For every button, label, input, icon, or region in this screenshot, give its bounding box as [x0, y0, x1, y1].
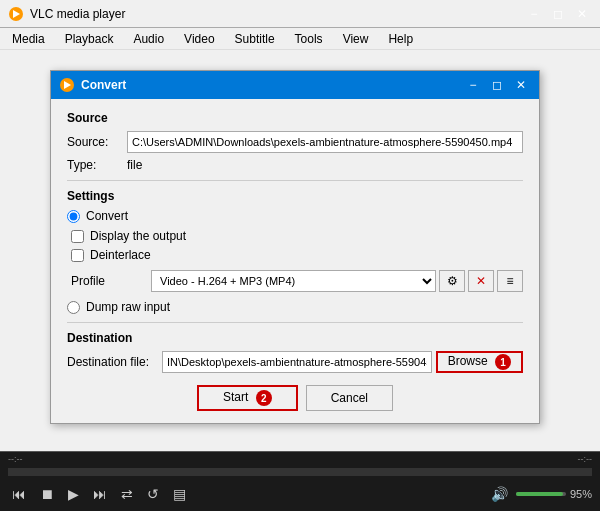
convert-radio-row: Convert: [67, 209, 523, 223]
start-button[interactable]: Start 2: [197, 385, 298, 411]
dialog-vlc-icon: [59, 77, 75, 93]
convert-radio-label: Convert: [86, 209, 128, 223]
source-input[interactable]: [127, 131, 523, 153]
delete-icon: ✕: [476, 274, 486, 288]
time-right: --:--: [578, 454, 593, 464]
shuffle-button[interactable]: ⇄: [117, 484, 137, 504]
browse-badge: 1: [495, 354, 511, 370]
time-left: --:--: [8, 454, 23, 464]
dialog-window-controls[interactable]: − ◻ ✕: [463, 75, 531, 95]
profile-select[interactable]: Video - H.264 + MP3 (MP4) Video - H.265 …: [151, 270, 436, 292]
type-field-row: Type: file: [67, 158, 523, 172]
vlc-minimize-btn[interactable]: −: [524, 4, 544, 24]
menu-audio[interactable]: Audio: [129, 31, 168, 47]
vlc-title: VLC media player: [30, 7, 524, 21]
progress-bar[interactable]: [8, 468, 592, 476]
start-badge: 2: [256, 390, 272, 406]
type-value: file: [127, 158, 142, 172]
dialog-body: Source Source: Type: file Settings Conve…: [51, 99, 539, 423]
settings-section: Settings Convert Display the output Dein…: [67, 189, 523, 314]
menu-help[interactable]: Help: [384, 31, 417, 47]
deinterlace-label: Deinterlace: [90, 248, 151, 262]
vlc-maximize-btn[interactable]: ◻: [548, 4, 568, 24]
dump-radio[interactable]: [67, 301, 80, 314]
source-field-row: Source:: [67, 131, 523, 153]
type-label: Type:: [67, 158, 127, 172]
player-controls: ⏮ ⏹ ▶ ⏭ ⇄ ↺ ▤ 🔊 95%: [0, 476, 600, 511]
display-output-label: Display the output: [90, 229, 186, 243]
profile-delete-btn[interactable]: ✕: [468, 270, 494, 292]
section-divider-2: [67, 322, 523, 323]
dialog-title: Convert: [81, 78, 463, 92]
prev-button[interactable]: ⏮: [8, 484, 30, 504]
profile-list-btn[interactable]: ≡: [497, 270, 523, 292]
repeat-button[interactable]: ↺: [143, 484, 163, 504]
browse-label: Browse: [448, 354, 488, 368]
time-labels: --:-- --:--: [0, 454, 600, 464]
display-output-row: Display the output: [71, 229, 523, 243]
section-divider-1: [67, 180, 523, 181]
convert-dialog: Convert − ◻ ✕ Source Source: Type: file …: [50, 70, 540, 424]
dialog-restore-btn[interactable]: ◻: [487, 75, 507, 95]
destination-section-label: Destination: [67, 331, 523, 345]
source-label: Source:: [67, 135, 127, 149]
stop-button[interactable]: ⏹: [36, 484, 58, 504]
dialog-close-btn[interactable]: ✕: [511, 75, 531, 95]
dest-label: Destination file:: [67, 355, 162, 369]
convert-radio[interactable]: [67, 210, 80, 223]
display-output-checkbox[interactable]: [71, 230, 84, 243]
profile-label: Profile: [71, 274, 151, 288]
vlc-main-area: Convert − ◻ ✕ Source Source: Type: file …: [0, 50, 600, 451]
browse-button[interactable]: Browse 1: [436, 351, 523, 373]
volume-icon: 🔊: [487, 484, 512, 504]
menu-playback[interactable]: Playback: [61, 31, 118, 47]
next-button[interactable]: ⏭: [89, 484, 111, 504]
settings-icon: ⚙: [447, 274, 458, 288]
menu-video[interactable]: Video: [180, 31, 218, 47]
volume-bar[interactable]: [516, 492, 566, 496]
profile-settings-btn[interactable]: ⚙: [439, 270, 465, 292]
equalizer-button[interactable]: ▤: [169, 484, 190, 504]
player-bar: --:-- --:-- ⏮ ⏹ ▶ ⏭ ⇄ ↺ ▤ 🔊 95%: [0, 451, 600, 511]
destination-row: Destination file: Browse 1: [67, 351, 523, 373]
start-label: Start: [223, 390, 248, 404]
profile-row: Profile Video - H.264 + MP3 (MP4) Video …: [71, 270, 523, 292]
dialog-titlebar: Convert − ◻ ✕: [51, 71, 539, 99]
source-section-label: Source: [67, 111, 523, 125]
list-icon: ≡: [506, 274, 513, 288]
vlc-close-btn[interactable]: ✕: [572, 4, 592, 24]
settings-section-label: Settings: [67, 189, 523, 203]
vlc-window-controls[interactable]: − ◻ ✕: [524, 4, 592, 24]
volume-fill: [516, 492, 564, 496]
destination-section: Destination Destination file: Browse 1: [67, 331, 523, 373]
cancel-button[interactable]: Cancel: [306, 385, 393, 411]
volume-area: 🔊 95%: [487, 484, 592, 504]
vlc-titlebar: VLC media player − ◻ ✕: [0, 0, 600, 28]
menu-tools[interactable]: Tools: [291, 31, 327, 47]
destination-input[interactable]: [162, 351, 432, 373]
volume-percent: 95%: [570, 488, 592, 500]
vlc-icon: [8, 6, 24, 22]
menu-bar: Media Playback Audio Video Subtitle Tool…: [0, 28, 600, 50]
dump-label: Dump raw input: [86, 300, 170, 314]
action-buttons-row: Start 2 Cancel: [67, 385, 523, 411]
menu-media[interactable]: Media: [8, 31, 49, 47]
deinterlace-checkbox[interactable]: [71, 249, 84, 262]
dump-radio-row: Dump raw input: [67, 300, 523, 314]
menu-subtitle[interactable]: Subtitle: [231, 31, 279, 47]
dialog-minimize-btn[interactable]: −: [463, 75, 483, 95]
deinterlace-row: Deinterlace: [71, 248, 523, 262]
play-pause-button[interactable]: ▶: [64, 484, 83, 504]
menu-view[interactable]: View: [339, 31, 373, 47]
